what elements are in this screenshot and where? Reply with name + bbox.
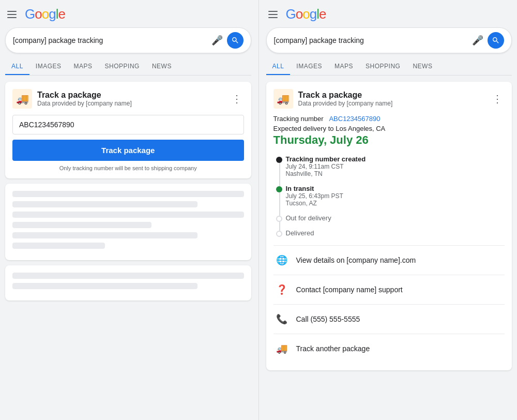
tracking-number-row: Tracking number ABC1234567890: [273, 115, 505, 123]
timeline-detail-transit-date: July 25, 6:43pm PST: [286, 192, 505, 200]
left-more-icon[interactable]: ⋮: [230, 91, 244, 107]
left-google-logo: Google: [25, 6, 65, 22]
left-search-bar: [company] package tracking 🎤: [5, 27, 251, 53]
left-tracking-input[interactable]: [12, 115, 244, 134]
left-tab-maps[interactable]: MAPS: [68, 58, 99, 75]
left-card-header: 🚚 Track a package Data provided by [comp…: [12, 89, 244, 109]
right-tab-shopping[interactable]: SHOPPING: [359, 58, 406, 75]
left-skeleton-card-1: [5, 184, 251, 260]
action-track-another[interactable]: 🚚 Track another package: [273, 334, 505, 363]
timeline-dot-created: [276, 157, 282, 163]
timeline-item-created: Tracking number created July 24, 9:11am …: [286, 155, 505, 177]
timeline-title-created: Tracking number created: [286, 155, 505, 163]
left-skeleton-card-2: [5, 265, 251, 301]
right-search-button[interactable]: [488, 32, 504, 49]
delivery-date: Thursday, July 26: [273, 133, 505, 147]
action-call[interactable]: 📞 Call (555) 555-5555: [273, 304, 505, 334]
timeline-title-out: Out for delivery: [286, 214, 505, 222]
right-tab-all[interactable]: ALL: [266, 58, 291, 75]
skeleton-line: [12, 222, 151, 228]
right-more-icon[interactable]: ⋮: [490, 91, 505, 107]
right-tab-images[interactable]: IMAGES: [290, 58, 328, 75]
action-track-another-text: Track another package: [296, 344, 370, 353]
delivery-label: Expected delivery to Los Angeles, CA: [273, 125, 505, 132]
globe-icon: 🌐: [273, 252, 290, 268]
right-tab-news[interactable]: NEWS: [406, 58, 438, 75]
skeleton-line: [12, 212, 244, 218]
left-card-subtitle: Data provided by [company name]: [37, 100, 132, 107]
question-icon: ❓: [273, 281, 290, 298]
left-card-header-left: 🚚 Track a package Data provided by [comp…: [12, 89, 132, 109]
timeline-dot-transit: [276, 186, 282, 192]
right-tracking-card: 🚚 Track a package Data provided by [comp…: [266, 82, 512, 370]
timeline-dot-out: [276, 216, 282, 222]
skeleton-line: [12, 191, 244, 197]
right-card-header-left: 🚚 Track a package Data provided by [comp…: [273, 89, 393, 109]
left-track-button[interactable]: Track package: [12, 140, 244, 161]
right-card-header: 🚚 Track a package Data provided by [comp…: [273, 89, 505, 109]
left-hamburger-menu[interactable]: [5, 9, 19, 20]
action-contact-support-text: Contact [company name] support: [296, 286, 403, 294]
timeline-title-delivered: Delivered: [286, 229, 505, 237]
panel-divider: [258, 0, 259, 420]
left-tracking-card: 🚚 Track a package Data provided by [comp…: [5, 82, 251, 178]
right-truck-icon: 🚚: [273, 89, 293, 109]
right-card-subtitle: Data provided by [company name]: [298, 100, 393, 107]
left-panel: Google [company] package tracking 🎤 ALL …: [0, 0, 256, 420]
timeline-dot-delivered: [276, 231, 282, 237]
timeline-line: [279, 192, 280, 216]
left-nav-tabs: ALL IMAGES MAPS SHOPPING NEWS: [5, 58, 251, 76]
action-contact-support[interactable]: ❓ Contact [company name] support: [273, 275, 505, 304]
left-header: Google: [5, 6, 251, 22]
right-search-text: [company] package tracking: [274, 36, 468, 44]
tracking-number-link[interactable]: ABC1234567890: [329, 115, 380, 123]
skeleton-line: [12, 201, 197, 207]
action-view-details-text: View details on [company name].com: [296, 256, 416, 264]
phone-icon: 📞: [273, 311, 290, 327]
action-view-details[interactable]: 🌐 View details on [company name].com: [273, 245, 505, 275]
right-header: Google: [266, 6, 512, 22]
timeline-line: [279, 222, 280, 231]
skeleton-line: [12, 273, 244, 279]
tracking-timeline: Tracking number created July 24, 9:11am …: [273, 155, 505, 237]
right-hamburger-menu[interactable]: [266, 9, 280, 20]
left-track-note: Only tracking number will be sent to shi…: [12, 165, 244, 171]
skeleton-line: [12, 283, 197, 289]
left-search-button[interactable]: [227, 32, 244, 49]
tracking-label: Tracking number: [273, 115, 324, 123]
timeline-item-out: Out for delivery: [286, 214, 505, 222]
left-mic-icon[interactable]: 🎤: [211, 35, 223, 46]
right-tab-maps[interactable]: MAPS: [328, 58, 359, 75]
truck-action-icon: 🚚: [273, 340, 290, 357]
action-call-text: Call (555) 555-5555: [296, 315, 360, 323]
timeline-title-transit: In transit: [286, 185, 505, 192]
left-tab-images[interactable]: IMAGES: [29, 58, 68, 75]
left-tab-shopping[interactable]: SHOPPING: [99, 58, 146, 75]
timeline-detail-created-date: July 24, 9:11am CST: [286, 163, 505, 170]
right-mic-icon[interactable]: 🎤: [472, 35, 483, 46]
left-tab-news[interactable]: NEWS: [146, 58, 178, 75]
timeline-line: [279, 163, 280, 186]
timeline-item-delivered: Delivered: [286, 229, 505, 237]
right-nav-tabs: ALL IMAGES MAPS SHOPPING NEWS: [266, 58, 512, 76]
skeleton-line: [12, 243, 105, 249]
left-tab-all[interactable]: ALL: [5, 58, 29, 75]
right-card-title: Track a package: [298, 91, 393, 100]
timeline-item-transit: In transit July 25, 6:43pm PST Tucson, A…: [286, 185, 505, 207]
timeline-detail-transit-loc: Tucson, AZ: [286, 200, 505, 207]
left-search-text: [company] package tracking: [13, 36, 207, 44]
right-google-logo: Google: [286, 6, 326, 22]
left-card-title: Track a package: [37, 91, 132, 100]
timeline-detail-created-loc: Nashville, TN: [286, 170, 505, 177]
right-panel: Google [company] package tracking 🎤 ALL …: [261, 0, 518, 420]
skeleton-line: [12, 232, 197, 238]
left-truck-icon: 🚚: [12, 89, 32, 109]
right-search-bar: [company] package tracking 🎤: [266, 27, 512, 53]
